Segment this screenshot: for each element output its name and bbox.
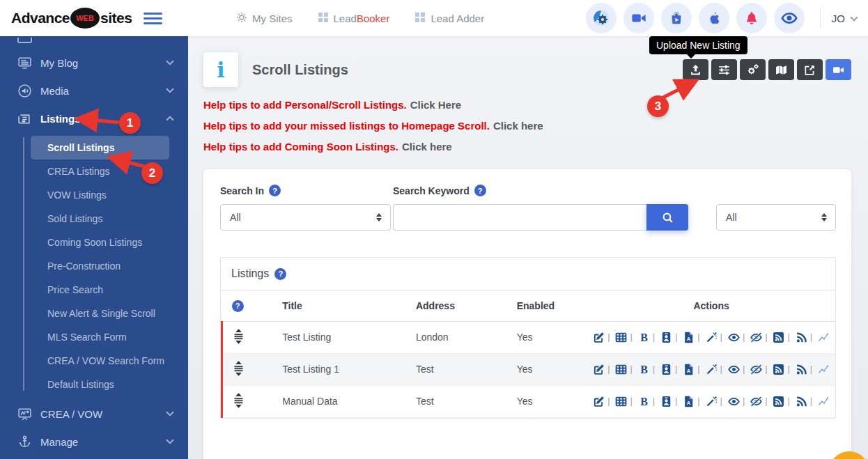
help-icon[interactable]: ? xyxy=(269,185,281,196)
svg-text:B: B xyxy=(640,396,648,407)
sidebar-subitem-vow-listings[interactable]: VOW Listings xyxy=(31,183,169,207)
cell-actions: | | B| | A| | | | | | xyxy=(587,385,835,417)
edit-icon[interactable] xyxy=(593,396,605,407)
eye-slash-icon[interactable] xyxy=(750,364,762,375)
cell-enabled: Yes xyxy=(511,321,588,353)
table-icon[interactable] xyxy=(615,396,627,407)
bold-b-icon[interactable]: B xyxy=(638,396,650,407)
eye-slash-icon[interactable] xyxy=(750,332,762,343)
sidebar-subitem-default-listings[interactable]: Default Listings xyxy=(31,373,169,396)
drag-handle-icon[interactable] xyxy=(232,392,245,409)
eye-icon[interactable] xyxy=(728,396,740,407)
help-icon[interactable]: ? xyxy=(274,268,286,280)
column-title: Title xyxy=(277,290,410,321)
nav-lead-adder[interactable]: Lead Adder xyxy=(414,12,484,25)
help-tip-link[interactable]: Click Here xyxy=(410,99,461,111)
id-badge-icon[interactable] xyxy=(660,364,672,375)
chevron-down-icon xyxy=(166,57,173,65)
pdf-file-icon[interactable]: A xyxy=(683,364,695,375)
brand-logo[interactable]: AdvanceWEBsites xyxy=(0,8,144,29)
table-icon[interactable] xyxy=(615,364,627,375)
chart-line-icon[interactable] xyxy=(818,332,830,343)
id-badge-icon[interactable] xyxy=(660,332,672,343)
help-icon[interactable]: ? xyxy=(474,185,486,196)
blog-icon xyxy=(16,55,33,70)
sidebar-subitem-sold-listings[interactable]: Sold Listings xyxy=(31,207,169,231)
sidebar-subitem-pre-construction[interactable]: Pre-Construction xyxy=(31,254,169,278)
map-icon[interactable] xyxy=(768,59,794,80)
apple-icon[interactable] xyxy=(699,3,729,33)
chevron-down-icon xyxy=(166,436,173,444)
rss-square-icon[interactable] xyxy=(773,396,784,407)
sidebar-subitem-scroll-listings[interactable]: Scroll Listings xyxy=(31,136,169,160)
magic-wand-icon[interactable] xyxy=(706,332,718,343)
drag-handle-icon[interactable] xyxy=(232,360,245,377)
id-badge-icon[interactable] xyxy=(660,396,672,407)
edit-icon[interactable] xyxy=(593,332,605,343)
pdf-file-icon[interactable]: A xyxy=(683,396,695,407)
chart-line-icon[interactable] xyxy=(818,364,830,375)
sidebar-item-crea-vow[interactable]: CREA / VOW xyxy=(0,400,188,428)
logo-web-badge: WEB xyxy=(70,8,100,29)
pdf-file-icon[interactable]: A xyxy=(683,332,695,343)
edit-icon[interactable] xyxy=(593,364,605,375)
sidebar-item-media[interactable]: Media xyxy=(0,77,188,104)
help-tip: Help tips to add Personal/Scroll Listing… xyxy=(203,99,851,111)
help-icon[interactable]: ? xyxy=(232,300,244,312)
eye-icon[interactable] xyxy=(774,3,805,33)
search-keyword-input[interactable] xyxy=(393,204,646,231)
page-header: i Scroll Listings xyxy=(203,52,851,88)
video-camera-icon[interactable] xyxy=(623,3,654,33)
eye-icon[interactable] xyxy=(728,332,740,343)
gears-icon[interactable] xyxy=(740,59,766,80)
filter-select[interactable]: All xyxy=(716,204,836,231)
help-tip-link[interactable]: Click here xyxy=(402,141,452,153)
media-icon xyxy=(16,83,33,98)
bold-b-icon[interactable]: B xyxy=(638,364,650,375)
eye-slash-icon[interactable] xyxy=(750,396,762,407)
sidebar-subitem-new-alert-single-scroll[interactable]: New Alert & Single Scroll xyxy=(31,302,169,325)
brand-gear-logo-icon[interactable] xyxy=(586,3,617,33)
magic-wand-icon[interactable] xyxy=(706,364,718,375)
video-camera-icon[interactable] xyxy=(826,59,851,80)
cell-title: Test Listing 1 xyxy=(277,353,410,385)
rss-square-icon[interactable] xyxy=(773,364,784,375)
column-address: Address xyxy=(410,290,511,321)
sidebar-subitem-price-search[interactable]: Price Search xyxy=(31,278,169,302)
sidebar-subitem-coming-soon-listings[interactable]: Coming Soon Listings xyxy=(31,231,169,254)
rss-square-icon[interactable] xyxy=(773,332,784,343)
annotation-step-3: 3 xyxy=(647,95,669,117)
app-store-bag-icon[interactable] xyxy=(661,3,692,33)
cell-actions: | | B| | A| | | | | | xyxy=(587,321,835,353)
sliders-icon[interactable] xyxy=(711,59,737,80)
sidebar-subitem-mls-search-form[interactable]: MLS Search Form xyxy=(31,325,169,349)
help-tip: Help tips to add Coming Soon Listings.Cl… xyxy=(203,141,851,153)
sidebar-item-my-blog[interactable]: My Blog xyxy=(0,49,188,77)
search-in-select[interactable]: All xyxy=(220,204,391,231)
eye-icon[interactable] xyxy=(728,364,740,375)
svg-text:B: B xyxy=(640,364,648,375)
user-menu[interactable]: JO xyxy=(832,13,857,24)
nav-my-sites[interactable]: My Sites xyxy=(236,12,293,25)
magic-wand-icon[interactable] xyxy=(706,396,718,407)
nav-leadbooker[interactable]: LeadBooker xyxy=(318,12,390,25)
hamburger-menu-icon[interactable] xyxy=(144,13,162,24)
chart-line-icon[interactable] xyxy=(818,396,830,407)
table-icon[interactable] xyxy=(615,332,627,343)
export-icon[interactable] xyxy=(797,59,823,80)
sidebar-item-manage[interactable]: Manage xyxy=(0,428,188,456)
listings-icon xyxy=(16,111,33,126)
listings-card: Search In? All Search Keyword? xyxy=(203,169,851,459)
logo-part2: sites xyxy=(100,10,132,26)
bold-b-icon[interactable]: B xyxy=(638,332,650,343)
sidebar-item-listings[interactable]: Listings xyxy=(0,104,188,132)
search-button[interactable] xyxy=(646,204,688,231)
rss-icon[interactable] xyxy=(796,396,807,407)
help-tip-link[interactable]: Click here xyxy=(493,120,543,132)
bell-icon[interactable] xyxy=(736,3,767,33)
rss-icon[interactable] xyxy=(796,364,807,375)
rss-icon[interactable] xyxy=(796,332,807,343)
drag-handle-icon[interactable] xyxy=(232,328,245,345)
sidebar-subitem-crea-vow-search-form[interactable]: CREA / VOW Search Form xyxy=(31,349,169,373)
cell-enabled: Yes xyxy=(511,353,588,385)
